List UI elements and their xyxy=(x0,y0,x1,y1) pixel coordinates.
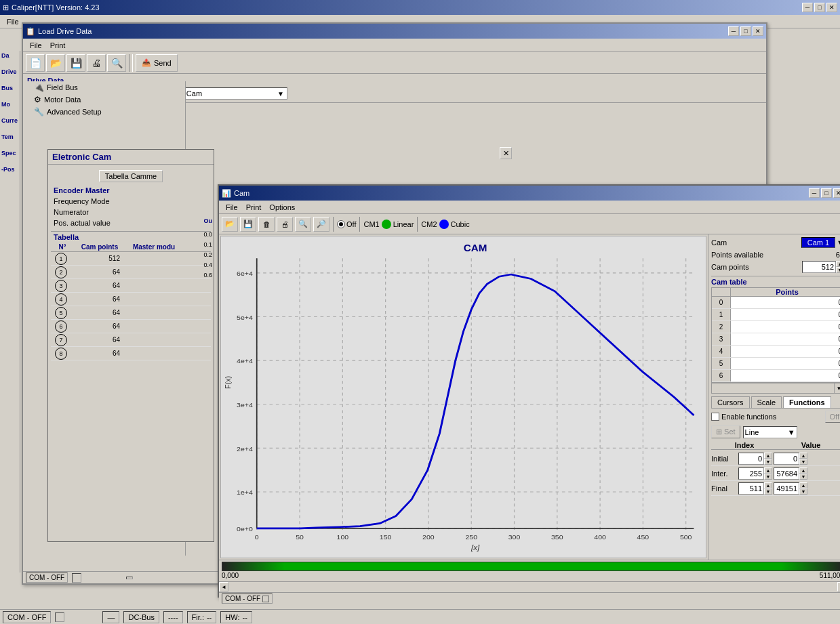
line-dropdown-value: Line xyxy=(745,428,759,436)
cam-menu-options[interactable]: Options xyxy=(265,202,299,213)
scroll-right-btn[interactable]: ► xyxy=(837,582,840,591)
cam-print-btn[interactable]: 🖨 xyxy=(277,217,293,232)
cam-selector-row: Cam Cam 1 ▼ xyxy=(711,237,840,248)
sidebar-bus-label: Bus xyxy=(0,83,20,93)
initial-index-input[interactable]: 0 xyxy=(738,453,764,465)
final-index-up-btn[interactable]: ▲ xyxy=(764,482,772,488)
cam-table-row-0[interactable]: 0 0 xyxy=(712,297,840,309)
cm2-label: CM2 xyxy=(421,220,437,228)
row4-campoints: 64 xyxy=(71,295,125,303)
final-index-down-btn[interactable]: ▼ xyxy=(764,488,772,495)
cam-menubar: File Print Options xyxy=(219,201,840,214)
off-functions-btn[interactable]: Off xyxy=(825,411,840,423)
load-drive-menu-file[interactable]: File xyxy=(26,40,46,51)
linear-label: Linear xyxy=(393,220,414,228)
cam-menu-print[interactable]: Print xyxy=(242,202,266,213)
cam-preview-btn[interactable]: 🔍 xyxy=(295,217,311,232)
cam-table-row-2[interactable]: 2 0 xyxy=(712,321,840,333)
initial-index-up-btn[interactable]: ▲ xyxy=(764,453,772,459)
inter-index-up-btn[interactable]: ▲ xyxy=(764,467,772,474)
final-value-down-btn[interactable]: ▼ xyxy=(799,488,807,495)
cam-save-btn[interactable]: 💾 xyxy=(240,217,256,232)
toolbar-open-btn[interactable]: 📂 xyxy=(46,54,65,72)
table-row-5[interactable]: 5 64 xyxy=(51,306,211,320)
cam-zoom-btn[interactable]: 🔎 xyxy=(313,217,329,232)
cam-points-up-btn[interactable]: ▲ xyxy=(836,261,840,267)
scroll-left-btn[interactable]: ◄ xyxy=(219,582,228,591)
cam-selector-control[interactable]: Cam 1 ▼ xyxy=(801,237,840,248)
tree-item-advancedsetup[interactable]: 🔧 Advanced Setup xyxy=(23,106,185,118)
tab-functions[interactable]: Functions xyxy=(783,396,831,408)
initial-value-input[interactable]: 0 xyxy=(774,453,799,465)
final-value-input[interactable]: 49151 xyxy=(774,482,799,495)
tab-scale[interactable]: Scale xyxy=(751,396,782,408)
cam-menu-file[interactable]: File xyxy=(222,202,242,213)
hw-label: HW: xyxy=(225,613,239,621)
table-scroll-down-btn[interactable]: ▼ xyxy=(834,383,840,393)
line-dropdown[interactable]: Line ▼ xyxy=(743,426,797,438)
initial-index-down-btn[interactable]: ▼ xyxy=(764,459,772,465)
enable-functions-checkbox[interactable] xyxy=(711,413,719,421)
cam-h-scrollbar[interactable]: ◄ ► xyxy=(219,581,840,592)
final-index-value: 511 xyxy=(750,484,762,493)
row1-val: 0 xyxy=(731,311,840,318)
final-value-up-btn[interactable]: ▲ xyxy=(799,482,807,488)
toolbar-save-btn[interactable]: 💾 xyxy=(66,54,85,72)
cam-table-row-1[interactable]: 1 0 xyxy=(712,309,840,321)
load-drive-close[interactable]: ✕ xyxy=(753,26,763,36)
cam-points-input[interactable]: 512 xyxy=(802,261,836,273)
cam-open-btn[interactable]: 📂 xyxy=(222,217,238,232)
cam-points-control: 512 ▲ ▼ xyxy=(802,261,840,273)
range-bar[interactable] xyxy=(222,562,840,571)
cam-table-header-row: N° Cam points Master modu xyxy=(51,243,211,252)
final-value-control: 49151 ▲ ▼ xyxy=(774,482,807,495)
inter-value-down-btn[interactable]: ▼ xyxy=(799,474,807,480)
inter-value-input[interactable]: 57684 xyxy=(774,467,799,480)
toolbar-new-btn[interactable]: 📄 xyxy=(26,54,45,72)
cam-table-row-3[interactable]: 3 0 xyxy=(712,333,840,346)
menu-file[interactable]: File xyxy=(3,16,23,27)
cam-table-row-5[interactable]: 5 0 xyxy=(712,358,840,370)
sidebar-spec-label: Spec xyxy=(0,148,20,158)
maximize-button[interactable]: □ xyxy=(814,3,825,12)
final-index-input[interactable]: 511 xyxy=(738,482,764,495)
tab-cursors[interactable]: Cursors xyxy=(711,396,750,408)
row3-num: 3 xyxy=(55,280,67,292)
cam-table-row-4[interactable]: 4 0 xyxy=(712,346,840,358)
cam-points-down-btn[interactable]: ▼ xyxy=(836,267,840,273)
inter-index-input[interactable]: 255 xyxy=(738,467,764,480)
initial-value-down-btn[interactable]: ▼ xyxy=(799,459,807,465)
table-row-2[interactable]: 2 64 xyxy=(51,266,211,279)
inter-index-down-btn[interactable]: ▼ xyxy=(764,474,772,480)
cam-table-scrollbar[interactable]: ▼ xyxy=(711,383,840,394)
toolbar-send-btn[interactable]: 📤 Send xyxy=(136,54,178,72)
initial-value-up-btn[interactable]: ▲ xyxy=(799,453,807,459)
table-row-1[interactable]: 1 512 xyxy=(51,252,211,266)
radio-off-dot[interactable] xyxy=(337,220,345,228)
cam-close-btn[interactable]: ✕ xyxy=(833,188,840,198)
cam-minimize-btn[interactable]: ─ xyxy=(809,188,820,198)
table-row-6[interactable]: 6 64 xyxy=(51,320,211,333)
close-button[interactable]: ✕ xyxy=(826,3,837,12)
minimize-button[interactable]: ─ xyxy=(802,3,813,12)
cam-delete-btn[interactable]: 🗑 xyxy=(258,217,275,232)
col-master-header: Master modu xyxy=(127,243,181,251)
toolbar-preview-btn[interactable]: 🔍 xyxy=(107,54,126,72)
table-row-4[interactable]: 4 64 xyxy=(51,293,211,306)
table-row-8[interactable]: 8 64 xyxy=(51,347,211,360)
cam-table-row-6[interactable]: 6 0 xyxy=(712,370,840,382)
cam-maximize-btn[interactable]: □ xyxy=(821,188,832,198)
toolbar-print-btn[interactable]: 🖨 xyxy=(87,54,106,72)
cam-dropdown-arrow-icon[interactable]: ▼ xyxy=(837,238,840,247)
inter-value-up-btn[interactable]: ▲ xyxy=(799,467,807,474)
table-row-3[interactable]: 3 64 xyxy=(51,279,211,293)
tabella-camme-btn[interactable]: Tabella Camme xyxy=(99,170,163,182)
load-drive-minimize[interactable]: ─ xyxy=(728,26,739,36)
tree-item-fieldbus[interactable]: 🔌 Field Bus xyxy=(23,81,185,93)
overlay-close-btn[interactable]: ✕ xyxy=(500,147,512,159)
tree-item-motordata[interactable]: ⚙ Motor Data xyxy=(23,93,185,106)
load-drive-maximize[interactable]: □ xyxy=(740,26,751,36)
load-drive-menu-print[interactable]: Print xyxy=(46,40,70,51)
table-row-7[interactable]: 7 64 xyxy=(51,333,211,347)
set-btn[interactable]: ⊞ Set xyxy=(711,425,740,438)
